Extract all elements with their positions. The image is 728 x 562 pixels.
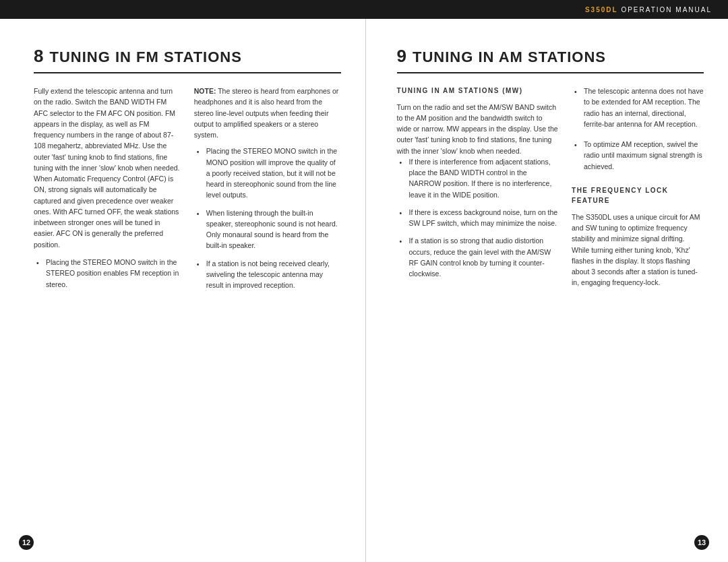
page-content: 8 TUNING IN FM STATIONS Fully extend the… <box>0 19 728 562</box>
am-right-bullet-dot-1: • <box>574 139 580 172</box>
fm-bullet-1: • When listening through the built-in sp… <box>194 208 341 251</box>
am-intro: Turn on the radio and set the AM/SW BAND… <box>397 102 559 156</box>
header-title: S350DL OPERATION MANUAL <box>585 6 712 13</box>
am-bullet-2-text: If a station is so strong that audio dis… <box>409 235 559 279</box>
freq-lock-section: THE FREQUENCY LOCK FEATURE The S350DL us… <box>572 185 704 288</box>
am-mw-title: TUNING IN AM STATIONS (MW) <box>397 86 559 96</box>
right-page: 9 TUNING IN AM STATIONS TUNING IN AM STA… <box>366 19 729 562</box>
page-number-left: 12 <box>19 535 34 550</box>
bullet-dot-1: • <box>197 208 202 251</box>
am-right-bullet-1: • To optimize AM reception, swivel the r… <box>572 139 704 172</box>
model-name: S350DL <box>585 6 618 13</box>
am-right-bullet-0: • The telescopic antenna does not have t… <box>572 86 704 129</box>
am-col-left: TUNING IN AM STATIONS (MW) Turn on the r… <box>397 86 559 288</box>
fm-bullet-1-text: When listening through the built-in spea… <box>206 208 341 251</box>
am-section-title: 9 TUNING IN AM STATIONS <box>397 46 704 73</box>
fm-section-label: TUNING IN FM STATIONS <box>49 49 241 66</box>
am-bullet-2: • If a station is so strong that audio d… <box>397 235 559 279</box>
fm-bullet-2: • If a station is not being received cle… <box>194 258 341 291</box>
fm-note-label: NOTE: <box>194 87 216 95</box>
fm-two-col: Fully extend the telescopic antenna and … <box>34 86 341 298</box>
am-bullet-1-text: If there is excess background noise, tur… <box>409 207 559 229</box>
fm-note: NOTE: The stereo is heard from earphones… <box>194 86 341 140</box>
am-right-bullet-dot-0: • <box>574 86 580 129</box>
fm-paragraph1: Fully extend the telescopic antenna and … <box>34 86 181 250</box>
bullet-dot: • <box>36 257 42 290</box>
freq-lock-title: THE FREQUENCY LOCK FEATURE <box>572 185 704 206</box>
fm-bullet-stereo: • Placing the STEREO MONO switch in the … <box>34 257 181 290</box>
operation-manual-label: OPERATION MANUAL <box>621 6 712 13</box>
am-two-col: TUNING IN AM STATIONS (MW) Turn on the r… <box>397 86 704 288</box>
am-bullet-1: • If there is excess background noise, t… <box>397 207 559 229</box>
am-section-number: 9 <box>397 46 407 67</box>
page-number-right: 13 <box>694 535 709 550</box>
fm-bullet-stereo-text: Placing the STEREO MONO switch in the ST… <box>46 257 181 290</box>
fm-note-text: The stereo is heard from earphones or he… <box>194 87 339 139</box>
fm-col-left: Fully extend the telescopic antenna and … <box>34 86 181 298</box>
left-page: 8 TUNING IN FM STATIONS Fully extend the… <box>0 19 366 562</box>
fm-bullet-0-text: Placing the STEREO MONO switch in the MO… <box>206 146 341 200</box>
bullet-dot-0: • <box>197 146 202 200</box>
fm-bullet-2-text: If a station is not being received clear… <box>206 258 341 291</box>
fm-section-number: 8 <box>34 46 44 67</box>
fm-bullet-0: • Placing the STEREO MONO switch in the … <box>194 146 341 200</box>
am-section-label: TUNING IN AM STATIONS <box>413 49 606 66</box>
fm-section-title: 8 TUNING IN FM STATIONS <box>34 46 341 73</box>
am-bullet-dot-1: • <box>400 208 405 229</box>
am-bullet-0: • If there is interference from adjacent… <box>397 156 559 200</box>
am-right-bullet-0-text: The telescopic antenna does not have to … <box>584 86 704 129</box>
am-col-right: • The telescopic antenna does not have t… <box>572 86 704 288</box>
am-bullet-dot-0: • <box>400 157 405 200</box>
am-bullet-dot-2: • <box>400 236 405 279</box>
am-right-bullet-1-text: To optimize AM reception, swivel the rad… <box>584 139 704 172</box>
fm-col-right: NOTE: The stereo is heard from earphones… <box>194 86 341 298</box>
freq-lock-text: The S350DL uses a unique circuit for AM … <box>572 212 704 288</box>
page-header: S350DL OPERATION MANUAL <box>0 0 728 19</box>
am-bullet-0-text: If there is interference from adjacent s… <box>409 156 559 200</box>
bullet-dot-2: • <box>197 259 202 291</box>
